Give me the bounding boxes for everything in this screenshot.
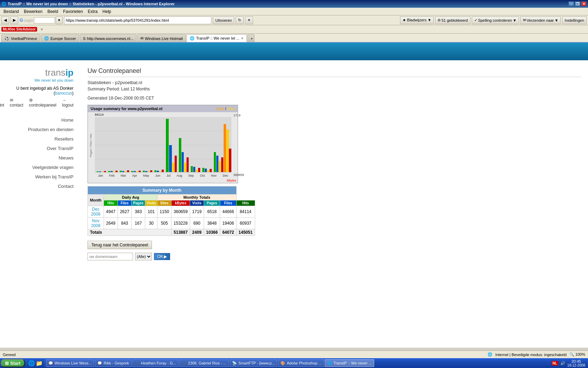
nav-over-transip[interactable]: Over TransIP — [4, 144, 77, 153]
svg-rect-23 — [154, 170, 156, 172]
svg-rect-18 — [139, 171, 141, 172]
spelling-button[interactable]: ✓ Spelling controleren ▼ — [472, 16, 519, 24]
security-zone: 🌐 — [488, 352, 492, 357]
taskbar-ie-icon[interactable]: 🌐 — [28, 360, 35, 367]
nav-resellers[interactable]: Resellers — [4, 134, 77, 144]
clock: 20:45 18-12-2008 — [567, 359, 585, 367]
menu-beeld[interactable]: Beeld — [45, 8, 60, 15]
start-button[interactable]: ⊞ Start — [1, 359, 25, 367]
instellingen-button[interactable]: Instellingen — [562, 16, 587, 24]
links-bar: McAfee SiteAdvisor ▼ — [0, 25, 588, 34]
svg-rect-38 — [198, 168, 200, 172]
menu-extra[interactable]: Extra — [86, 8, 100, 15]
music-icon-2: 🎵 — [182, 361, 187, 366]
menu-help[interactable]: Help — [100, 8, 113, 15]
uitvoeren-button[interactable]: Uitvoeren — [213, 16, 234, 24]
new-tab-button[interactable]: + — [247, 34, 254, 42]
logout-link[interactable]: → logout — [62, 98, 74, 108]
table-row-nov: Nov 2008 2649 843 167 30 505 153228 690 … — [88, 218, 255, 229]
blocked-button[interactable]: ⊘ 51 geblokkeerd — [435, 16, 470, 24]
nav-contact[interactable]: Contact — [4, 182, 77, 191]
username-link[interactable]: baroccus — [55, 91, 72, 96]
svg-rect-48 — [226, 129, 229, 172]
taskbar-transip[interactable]: 🌐 TransIP :: We never ... — [325, 359, 374, 367]
table-title: Summary by Month — [88, 186, 237, 195]
svg-rect-34 — [187, 157, 189, 172]
google-go[interactable]: ▼ — [56, 16, 63, 24]
tab-europe-soccer[interactable]: 🌐 Europe Soccer — [41, 34, 79, 42]
taskbar-photoshop[interactable]: 🎨 Adobe Photoshop ... — [278, 359, 324, 367]
tab-icon-4: ✉ — [140, 36, 144, 41]
print-link[interactable]: 🖨 print — [0, 98, 4, 108]
generated-text: Generated 18-Dec-2008 00:05 CET — [88, 96, 581, 101]
title-text: 🌐 TransIP :: We never let you down :: St… — [1, 2, 175, 6]
chat-icon: 💬 — [97, 361, 102, 366]
svg-rect-14 — [127, 170, 129, 172]
stats-subtitle: Statistieken - p2pvoetbal.nl — [88, 80, 581, 85]
close-button[interactable]: ✕ — [581, 1, 587, 6]
tab-transip[interactable]: 🌐 TransIP :: We never let ... ✕ — [187, 34, 247, 42]
svg-rect-8 — [111, 171, 113, 172]
menu-favorieten[interactable]: Favorieten — [61, 8, 85, 15]
nov-2008-link[interactable]: Nov 2008 — [91, 218, 100, 228]
controlepaneel-link[interactable]: ⚙ controlepaneel — [29, 98, 57, 108]
ok-button[interactable]: OK ▶ — [154, 253, 170, 260]
content-area: Uw Controlepaneel Statistieken - p2pvoet… — [80, 60, 588, 348]
nav-home[interactable]: Home — [4, 115, 77, 125]
page-title: Uw Controlepaneel — [88, 67, 581, 75]
domain-dropdown[interactable]: (Alle) — [135, 253, 152, 260]
table-row-dec: Dec 2008 4947 2627 383 101 1150 360659 1… — [88, 206, 255, 218]
dec-2008-link[interactable]: Dec 2008 — [91, 207, 100, 217]
back-to-panel-button[interactable]: Terug naar het Controlepaneel — [88, 241, 152, 249]
tab-hotmail[interactable]: ✉ Windows Live Hotmail — [137, 34, 186, 42]
taskbar-heathen[interactable]: 🎵 Heathen Foray - G... — [132, 359, 178, 367]
col-hits: Hits — [104, 200, 118, 206]
google-input[interactable] — [34, 17, 55, 23]
address-bar[interactable] — [64, 16, 211, 24]
nav-faq[interactable]: Veelgestelde vragen — [4, 163, 77, 172]
window-controls[interactable]: – ❐ ✕ — [568, 1, 587, 6]
svg-rect-16 — [134, 171, 136, 172]
tab-voetbalprimeur[interactable]: ⚽ VoetbalPrimeur — [1, 34, 40, 42]
verzenden-button[interactable]: ✉ Verzenden naar ▼ — [520, 16, 561, 24]
col-kbytes: kBytes — [172, 200, 190, 206]
menu-bestand[interactable]: Bestand — [1, 8, 21, 15]
taskbar-gabriel[interactable]: 🎵 2308. Gabriel Rios - ... — [179, 359, 229, 367]
nav-producten[interactable]: Producten en diensten — [4, 125, 77, 134]
stop-button[interactable]: ✕ — [245, 16, 253, 24]
svg-rect-43 — [214, 152, 216, 172]
tab-close-icon[interactable]: ✕ — [241, 36, 244, 40]
minimize-button[interactable]: – — [568, 1, 574, 6]
refresh-button[interactable]: ↻ — [236, 16, 244, 24]
svg-rect-32 — [182, 152, 184, 172]
taskbar-folder-icon[interactable]: 📁 — [36, 360, 43, 367]
domain-input[interactable] — [88, 253, 133, 260]
chart-title-bar: Usage summary for www.p2pvoetbal.nl Visi… — [88, 105, 238, 112]
nav-nieuws[interactable]: Nieuws — [4, 153, 77, 163]
tab-soccernews[interactable]: S http://www.soccernews.nl... — [80, 34, 136, 42]
mcafee-badge[interactable]: McAfee SiteAdvisor — [1, 27, 37, 32]
back-button[interactable]: ◀ — [1, 16, 9, 24]
svg-rect-30 — [175, 156, 177, 172]
restore-button[interactable]: ❐ — [575, 1, 580, 6]
col-m-pages: Pages — [204, 200, 220, 206]
mcafee-dropdown[interactable]: ▼ — [40, 27, 44, 32]
svg-rect-40 — [205, 169, 207, 172]
taskbar-messenger[interactable]: 💬 Windows Live Mess... — [46, 359, 94, 367]
bladwijzers-button[interactable]: ★ Bladwijzers ▼ — [400, 16, 434, 24]
ftp-icon: 📡 — [232, 361, 237, 366]
nav-werken[interactable]: Werken bij TransIP — [4, 172, 77, 182]
page-header-banner — [0, 43, 588, 60]
taskbar-rikk[interactable]: 💬 Rikk - Gesprek — [95, 359, 132, 367]
menu-bewerken[interactable]: Bewerken — [22, 8, 44, 15]
forward-button[interactable]: ▶ — [10, 16, 18, 24]
contact-link[interactable]: ✉ contact — [10, 98, 23, 108]
x-axis-labels: Jan Feb Mar Apr May Jun Jul Aug Sep Oct … — [93, 173, 233, 178]
chart-with-axes: Pages / Files / Hits 84114 — [88, 112, 238, 178]
taskbar-smartftp[interactable]: 📡 SmartFTP - [www.p... — [230, 359, 277, 367]
table-sub-headers: Hits Files Pages Visits Sites kBytes Vis… — [88, 200, 255, 206]
svg-rect-39 — [202, 168, 204, 172]
taskbar: ⊞ Start 🌐 📁 💬 Windows Live Mess... 💬 Rik… — [0, 358, 588, 368]
sidebar: transip We never let you down U bent ing… — [0, 60, 80, 348]
svg-rect-19 — [143, 171, 145, 172]
